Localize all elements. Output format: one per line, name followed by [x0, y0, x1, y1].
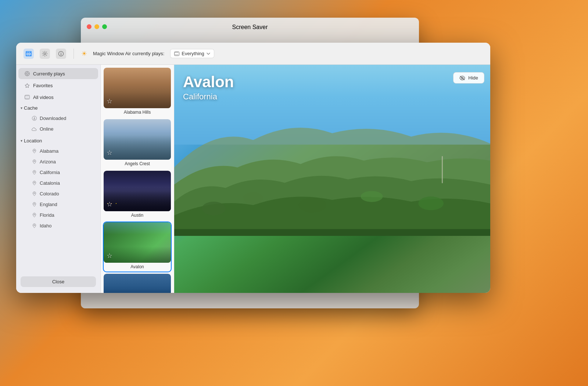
- location-pin-icon: [32, 159, 37, 164]
- bg-titlebar: Screen Saver: [81, 18, 419, 37]
- thumb-star-avalon: ☆: [107, 252, 112, 260]
- thumb-bottom[interactable]: [104, 274, 171, 293]
- thumb-star-angels: ☆: [107, 149, 112, 157]
- svg-rect-2: [28, 52, 29, 53]
- location-pin-icon: [32, 223, 37, 229]
- maximize-dot[interactable]: [102, 24, 107, 29]
- location-chevron: ▾: [21, 139, 22, 143]
- location-label: Location: [24, 138, 42, 144]
- svg-rect-13: [175, 52, 176, 53]
- svg-rect-1: [26, 52, 28, 53]
- cache-chevron: ▾: [21, 106, 22, 110]
- colorado-text: Colorado: [40, 191, 59, 196]
- sidebar-item-idaho[interactable]: Idaho: [18, 221, 98, 231]
- location-pin-icon: [32, 170, 37, 175]
- bg-window-controls: [87, 24, 107, 29]
- location-pin-icon: [32, 149, 37, 154]
- tab-info[interactable]: [56, 49, 66, 59]
- sidebar-item-downloaded[interactable]: Downloaded: [18, 113, 98, 123]
- hide-btn-label: Hide: [468, 75, 478, 81]
- sidebar-item-california[interactable]: California: [18, 167, 98, 177]
- sun-icon: ☀: [81, 50, 87, 58]
- sidebar-item-florida[interactable]: Florida: [18, 210, 98, 220]
- header-separator: [74, 49, 74, 59]
- svg-point-35: [34, 203, 35, 205]
- tab-film[interactable]: [24, 49, 34, 59]
- hide-button[interactable]: Hide: [453, 72, 484, 84]
- england-text: England: [40, 202, 57, 207]
- thumb-avalon[interactable]: ☆ Avalon: [104, 222, 171, 272]
- svg-rect-18: [178, 54, 178, 55]
- thumb-label-angels: Angels Crest: [104, 160, 171, 169]
- thumb-star-alabama: ☆: [107, 97, 112, 105]
- thumb-img-angels: ☆: [104, 119, 171, 160]
- sidebar-item-arizona[interactable]: Arizona: [18, 157, 98, 167]
- svg-point-36: [34, 214, 35, 215]
- sidebar-item-favorites[interactable]: Favorites: [18, 80, 98, 91]
- thumb-star-austin: ☆: [107, 200, 112, 208]
- cache-section[interactable]: ▾ Cache: [16, 103, 100, 113]
- svg-point-20: [26, 73, 28, 75]
- thumb-label-alabama: Alabama Hills: [104, 108, 171, 117]
- svg-point-41: [361, 191, 383, 202]
- location-pin-icon: [32, 191, 37, 196]
- hide-eye-icon: [459, 75, 465, 81]
- everything-dropdown[interactable]: Everything: [170, 49, 214, 58]
- svg-rect-22: [25, 96, 26, 96]
- svg-rect-17: [176, 54, 177, 55]
- florida-text: Florida: [40, 212, 54, 218]
- thumb-alabama-hills[interactable]: ☆ Alabama Hills: [104, 68, 171, 117]
- alabama-text: Alabama: [40, 148, 58, 154]
- location-pin-icon: [32, 213, 37, 218]
- preview-subtitle: California: [183, 92, 234, 102]
- svg-point-31: [34, 161, 35, 162]
- currently-plays-label: Magic Window Air currently plays:: [93, 51, 164, 56]
- currently-plays-text: Currently plays: [33, 71, 65, 77]
- preview-background: Avalon California Hide: [174, 65, 490, 293]
- idaho-text: Idaho: [40, 223, 52, 229]
- sidebar-item-catalonia[interactable]: Catalonia: [18, 178, 98, 188]
- svg-rect-6: [30, 54, 31, 56]
- sidebar-item-online[interactable]: Online: [18, 124, 98, 134]
- thumb-angels-crest[interactable]: ☆ Angels Crest: [104, 119, 171, 169]
- svg-rect-15: [178, 52, 178, 53]
- online-text: Online: [40, 126, 54, 132]
- sidebar-item-all-videos[interactable]: All videos: [18, 92, 98, 103]
- arizona-text: Arizona: [40, 159, 56, 164]
- preview-title-overlay: Avalon California: [183, 74, 234, 102]
- favorites-text: Favorites: [33, 83, 53, 88]
- svg-point-42: [418, 196, 444, 210]
- austin-city-overlay: [104, 187, 171, 211]
- thumb-img-alabama: ☆: [104, 68, 171, 108]
- preview-area: Avalon California Hide: [174, 65, 490, 293]
- sidebar: Currently plays Favorites: [16, 65, 101, 293]
- main-window: ☀ Magic Window Air currently plays: Ever…: [16, 43, 490, 293]
- svg-rect-23: [27, 96, 28, 96]
- all-videos-text: All videos: [33, 95, 54, 100]
- thumb-austin[interactable]: ☆ Austin: [104, 171, 171, 220]
- svg-rect-16: [175, 54, 176, 55]
- currently-plays-icon: [24, 71, 30, 77]
- svg-point-34: [34, 193, 35, 194]
- svg-rect-24: [28, 96, 29, 96]
- thumb-label-austin: Austin: [104, 211, 171, 220]
- download-icon: [32, 116, 37, 121]
- close-button[interactable]: Close: [21, 276, 96, 287]
- sidebar-item-currently-plays[interactable]: Currently plays: [18, 68, 98, 79]
- svg-point-40: [299, 198, 326, 213]
- thumb-img-austin: ☆: [104, 171, 171, 211]
- tab-settings[interactable]: [40, 49, 50, 59]
- thumbnail-panel: ☆ Alabama Hills ☆ Angels Crest: [101, 65, 174, 293]
- all-videos-icon: [24, 94, 30, 100]
- svg-point-38: [202, 202, 226, 215]
- svg-point-33: [34, 182, 35, 183]
- sidebar-item-colorado[interactable]: Colorado: [18, 189, 98, 199]
- location-section[interactable]: ▾ Location: [16, 136, 100, 146]
- thumb-label-avalon: Avalon: [104, 263, 171, 272]
- sidebar-item-england[interactable]: England: [18, 199, 98, 209]
- svg-point-32: [34, 171, 35, 173]
- sidebar-item-alabama[interactable]: Alabama: [18, 146, 98, 156]
- svg-point-11: [61, 52, 61, 53]
- minimize-dot[interactable]: [94, 24, 99, 29]
- close-dot[interactable]: [87, 24, 92, 29]
